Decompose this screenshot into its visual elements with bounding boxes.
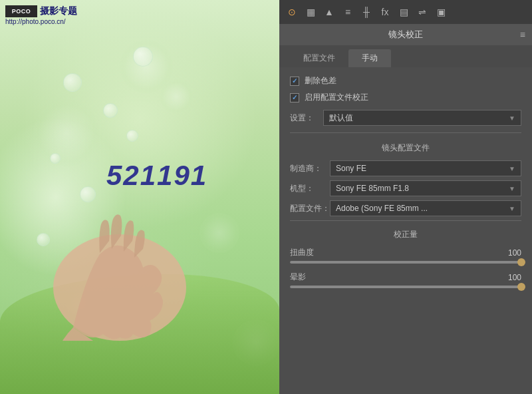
profile-dropdown[interactable]: Adobe (Sony FE 85mm ... ▼ bbox=[330, 200, 521, 216]
toolbar-icon-7[interactable]: ⇌ bbox=[415, 5, 430, 19]
poco-logo: POCO bbox=[5, 5, 37, 17]
manufacturer-value: Sony FE bbox=[336, 164, 366, 173]
bubble-1 bbox=[63, 73, 82, 92]
manufacturer-label: 制造商： bbox=[290, 163, 330, 174]
toolbar-icon-5[interactable]: fx bbox=[378, 5, 392, 19]
toolbar-icon-2[interactable]: ▲ bbox=[322, 5, 336, 19]
bokeh-2 bbox=[160, 80, 193, 113]
settings-dropdown[interactable]: 默认值 ▼ bbox=[323, 110, 521, 126]
vignetting-row: 晕影 100 bbox=[290, 272, 521, 288]
correction-title: 校正量 bbox=[290, 229, 521, 240]
toolbar: ⊙ ▦ ▲ ≡ ╫ fx ▤ ⇌ ▣ bbox=[279, 0, 532, 24]
checkbox-row-2: 启用配置文件校正 bbox=[290, 92, 521, 103]
toolbar-icon-0[interactable]: ⊙ bbox=[285, 5, 299, 19]
checkbox-enable-profile[interactable] bbox=[290, 93, 299, 102]
watermark-number: 521191 bbox=[106, 160, 207, 192]
settings-row: 设置： 默认值 ▼ bbox=[290, 110, 521, 126]
settings-value: 默认值 bbox=[329, 112, 353, 124]
distortion-label-row: 扭曲度 100 bbox=[290, 247, 521, 258]
vignetting-slider-fill bbox=[290, 286, 521, 288]
checkbox-remove-aberration[interactable] bbox=[290, 77, 299, 86]
divider-1 bbox=[290, 132, 521, 133]
correction-section: 校正量 扭曲度 100 晕影 100 bbox=[290, 229, 521, 288]
manufacturer-dropdown[interactable]: Sony FE ▼ bbox=[330, 160, 521, 176]
settings-label: 设置： bbox=[290, 112, 323, 124]
profile-value: Adobe (Sony FE 85mm ... bbox=[336, 204, 428, 213]
profile-label: 配置文件： bbox=[290, 203, 330, 214]
manufacturer-arrow: ▼ bbox=[509, 165, 515, 172]
toolbar-icon-3[interactable]: ≡ bbox=[340, 5, 355, 19]
profile-arrow: ▼ bbox=[509, 205, 515, 212]
toolbar-icon-6[interactable]: ▤ bbox=[396, 5, 411, 19]
model-row: 机型： Sony FE 85mm F1.8 ▼ bbox=[290, 180, 521, 196]
distortion-slider-fill bbox=[290, 261, 521, 264]
bubble-3 bbox=[126, 130, 138, 142]
content-area: 删除色差 启用配置文件校正 设置： 默认值 ▼ 镜头配置文件 制造商： Sony… bbox=[279, 67, 532, 394]
brand-text: 摄影专题 bbox=[40, 5, 77, 17]
distortion-row: 扭曲度 100 bbox=[290, 247, 521, 264]
vignetting-slider-track[interactable] bbox=[290, 286, 521, 288]
vignetting-slider-thumb[interactable] bbox=[517, 283, 525, 291]
distortion-slider-thumb[interactable] bbox=[517, 258, 525, 266]
lens-profile-title: 镜头配置文件 bbox=[290, 142, 521, 154]
vignetting-label: 晕影 bbox=[290, 272, 306, 283]
panel-menu-icon[interactable]: ≡ bbox=[520, 29, 525, 40]
photo-panel: POCO 摄影专题 http://photo.poco.cn/ 521191 bbox=[0, 0, 279, 394]
settings-panel: ⊙ ▦ ▲ ≡ ╫ fx ▤ ⇌ ▣ 镜头校正 ≡ 配置文件 手动 删除色差 启… bbox=[279, 0, 532, 394]
bubble-4 bbox=[133, 47, 153, 67]
model-value: Sony FE 85mm F1.8 bbox=[336, 184, 409, 193]
watermark-brand: POCO 摄影专题 http://photo.poco.cn/ bbox=[5, 5, 77, 25]
toolbar-icon-8[interactable]: ▣ bbox=[434, 5, 448, 19]
checkbox-label-2: 启用配置文件校正 bbox=[305, 92, 368, 103]
panel-title: 镜头校正 bbox=[388, 29, 423, 41]
settings-dropdown-arrow: ▼ bbox=[509, 114, 515, 122]
divider-2 bbox=[290, 220, 521, 221]
checkbox-label-1: 删除色差 bbox=[305, 75, 336, 87]
checkbox-row-1: 删除色差 bbox=[290, 75, 521, 87]
manufacturer-row: 制造商： Sony FE ▼ bbox=[290, 160, 521, 176]
bubble-2 bbox=[103, 103, 118, 118]
model-label: 机型： bbox=[290, 183, 330, 194]
tab-profile[interactable]: 配置文件 bbox=[290, 49, 348, 67]
panel-header: 镜头校正 ≡ bbox=[279, 24, 532, 45]
vignetting-value: 100 bbox=[497, 273, 521, 282]
distortion-label: 扭曲度 bbox=[290, 247, 314, 258]
toolbar-icon-1[interactable]: ▦ bbox=[303, 5, 318, 19]
tab-manual[interactable]: 手动 bbox=[348, 49, 391, 67]
toolbar-icon-4[interactable]: ╫ bbox=[359, 5, 374, 19]
brand-url: http://photo.poco.cn/ bbox=[5, 18, 77, 25]
model-dropdown[interactable]: Sony FE 85mm F1.8 ▼ bbox=[330, 180, 521, 196]
tab-bar: 配置文件 手动 bbox=[279, 45, 532, 67]
vignetting-label-row: 晕影 100 bbox=[290, 272, 521, 283]
profile-row: 配置文件： Adobe (Sony FE 85mm ... ▼ bbox=[290, 200, 521, 216]
distortion-value: 100 bbox=[497, 248, 521, 258]
distortion-slider-track[interactable] bbox=[290, 261, 521, 264]
model-arrow: ▼ bbox=[509, 185, 515, 192]
